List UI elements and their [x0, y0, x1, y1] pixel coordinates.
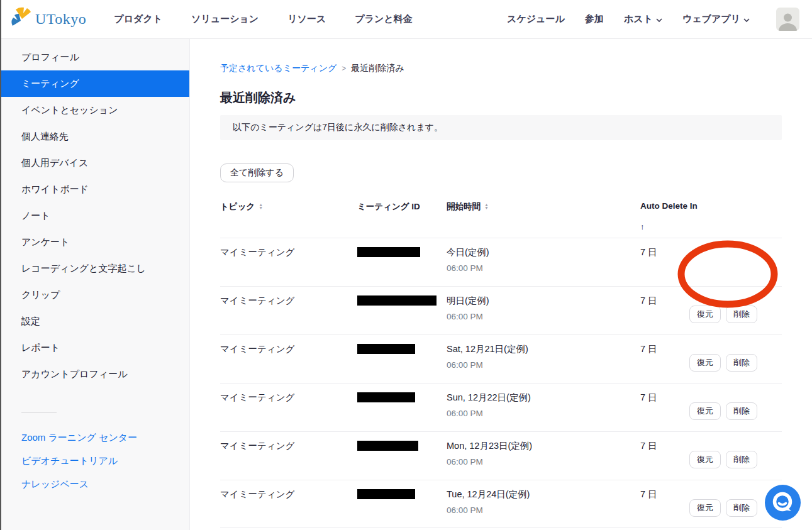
nav-host-menu[interactable]: ホスト	[624, 13, 662, 25]
table-row: マイミーティング Sat, 12月21日(定例) 06:00 PM 7 日 復元…	[220, 334, 782, 383]
redacted-meeting-id	[357, 489, 415, 499]
row-actions: 復元 削除	[703, 392, 782, 431]
nav-left-group: プロダクト ソリューション リソース プランと料金	[114, 13, 412, 25]
redacted-meeting-id	[357, 392, 415, 402]
sidebar-link-0[interactable]: Zoom ラーニング センター	[1, 426, 189, 449]
breadcrumb-upcoming-meetings[interactable]: 予定されているミーティング	[220, 63, 336, 74]
nav-resources[interactable]: リソース	[287, 13, 326, 25]
breadcrumb: 予定されているミーティング > 最近削除済み	[220, 63, 782, 74]
row-actions: 復元 削除	[703, 246, 782, 286]
row-auto-delete: 7 日	[640, 392, 703, 431]
nav-products[interactable]: プロダクト	[114, 13, 162, 25]
top-navbar: UTokyo プロダクト ソリューション リソース プランと料金 スケジュール …	[1, 0, 812, 39]
row-start-clock: 06:00 PM	[447, 263, 640, 273]
nav-webapp-menu[interactable]: ウェブアプリ	[682, 13, 750, 25]
row-start-cell: Sat, 12月21日(定例) 06:00 PM	[447, 343, 640, 383]
row-auto-delete: 7 日	[640, 343, 703, 383]
user-avatar[interactable]	[776, 8, 799, 31]
row-start-clock: 06:00 PM	[447, 312, 640, 321]
table-row: マイミーティング 今日(定例) 06:00 PM 7 日 復元 削除	[220, 238, 782, 286]
nav-right-group: スケジュール 参加 ホスト ウェブアプリ	[507, 8, 799, 31]
row-meeting-id-cell	[357, 392, 447, 431]
utokyo-logo[interactable]: UTokyo	[11, 7, 86, 32]
row-meeting-id-cell	[357, 489, 447, 527]
row-start-cell: 今日(定例) 06:00 PM	[447, 246, 640, 286]
row-start-cell: Mon, 12月23日(定例) 06:00 PM	[447, 440, 640, 480]
row-start-cell: 明日(定例) 06:00 PM	[447, 295, 640, 334]
sort-icon: ▲▼	[484, 203, 489, 209]
chevron-down-icon	[743, 17, 750, 23]
header-meeting-id: ミーティング ID	[357, 201, 447, 231]
header-auto-delete-in[interactable]: Auto Delete In ↑	[640, 201, 703, 231]
sidebar-item-11[interactable]: レポート	[1, 334, 189, 361]
row-start-clock: 06:00 PM	[447, 360, 640, 370]
sidebar-item-5[interactable]: ホワイトボード	[1, 176, 189, 202]
sort-ascending-icon: ↑	[640, 222, 703, 231]
row-meeting-id-cell	[357, 343, 447, 383]
row-start-clock: 06:00 PM	[447, 409, 640, 418]
breadcrumb-current: 最近削除済み	[351, 63, 404, 74]
chevron-down-icon	[656, 17, 662, 23]
sidebar-item-3[interactable]: 個人連絡先	[1, 123, 189, 150]
person-icon	[776, 12, 799, 31]
sidebar-link-2[interactable]: ナレッジベース	[1, 472, 189, 495]
row-start-date: Sat, 12月21日(定例)	[447, 343, 640, 355]
row-auto-delete: 7 日	[640, 440, 703, 480]
row-topic: マイミーティング	[220, 295, 357, 334]
sidebar-item-4[interactable]: 個人用デバイス	[1, 150, 189, 176]
row-auto-delete: 7 日	[640, 295, 703, 334]
delete-all-button[interactable]: 全て削除する	[220, 163, 294, 182]
header-start-time[interactable]: 開始時間 ▲▼	[447, 201, 640, 231]
row-start-date: Sun, 12月22日(定例)	[447, 392, 640, 404]
table-header-row: トピック ▲▼ ミーティング ID 開始時間 ▲▼ Auto Delete In…	[220, 201, 782, 238]
sidebar-item-12[interactable]: アカウントプロフィール	[1, 361, 189, 387]
deleted-meetings-table: トピック ▲▼ ミーティング ID 開始時間 ▲▼ Auto Delete In…	[220, 201, 782, 528]
notice-banner: 以下のミーティングは7日後に永久に削除されます。	[220, 115, 782, 140]
nav-plans-pricing[interactable]: プランと料金	[355, 13, 412, 25]
row-meeting-id-cell	[357, 440, 447, 480]
row-start-clock: 06:00 PM	[447, 505, 640, 515]
chat-bubble-icon	[765, 485, 801, 521]
zoom-web-portal: UTokyo プロダクト ソリューション リソース プランと料金 スケジュール …	[0, 0, 812, 530]
row-topic: マイミーティング	[220, 343, 357, 383]
logo-text: UTokyo	[35, 11, 86, 28]
row-topic: マイミーティング	[220, 392, 357, 431]
row-actions: 復元 削除	[703, 440, 782, 480]
sidebar-item-2[interactable]: イベントとセッション	[1, 97, 189, 123]
row-meeting-id-cell	[357, 295, 447, 334]
nav-join[interactable]: 参加	[585, 13, 604, 25]
header-actions	[703, 201, 782, 231]
table-row: マイミーティング Mon, 12月23日(定例) 06:00 PM 7 日 復元…	[220, 431, 782, 480]
row-start-date: Tue, 12月24日(定例)	[447, 489, 640, 500]
nav-solutions[interactable]: ソリューション	[191, 13, 259, 25]
sidebar-item-6[interactable]: ノート	[1, 202, 189, 229]
sidebar-item-8[interactable]: レコーディングと文字起こし	[1, 255, 189, 282]
sidebar-item-9[interactable]: クリップ	[1, 282, 189, 308]
row-topic: マイミーティング	[220, 440, 357, 480]
sidebar-item-0[interactable]: プロフィール	[1, 44, 189, 70]
row-start-date: Mon, 12月23日(定例)	[447, 440, 640, 452]
sidebar-item-7[interactable]: アンケート	[1, 229, 189, 255]
breadcrumb-separator: >	[342, 64, 346, 73]
row-meeting-id-cell	[357, 246, 447, 286]
row-auto-delete: 7 日	[640, 246, 703, 286]
redacted-meeting-id	[357, 247, 420, 257]
utokyo-ginkgo-icon	[11, 7, 33, 32]
sidebar-item-1[interactable]: ミーティング	[1, 70, 189, 97]
page-title: 最近削除済み	[220, 89, 782, 106]
support-chat-button[interactable]	[765, 485, 801, 521]
sort-icon: ▲▼	[259, 203, 263, 209]
main-content: 予定されているミーティング > 最近削除済み 最近削除済み 以下のミーティングは…	[190, 39, 812, 530]
row-start-cell: Tue, 12月24日(定例) 06:00 PM	[447, 489, 640, 527]
row-actions: 復元 削除	[703, 343, 782, 383]
header-topic[interactable]: トピック ▲▼	[220, 201, 357, 231]
row-auto-delete: 7 日	[640, 489, 703, 527]
redacted-meeting-id	[357, 441, 418, 451]
sidebar-item-10[interactable]: 設定	[1, 308, 189, 334]
row-start-date: 明日(定例)	[447, 295, 640, 307]
sidebar-divider	[21, 412, 57, 413]
nav-schedule[interactable]: スケジュール	[507, 13, 565, 25]
sidebar-link-1[interactable]: ビデオチュートリアル	[1, 449, 189, 472]
row-topic: マイミーティング	[220, 246, 357, 286]
redacted-meeting-id	[357, 295, 437, 306]
